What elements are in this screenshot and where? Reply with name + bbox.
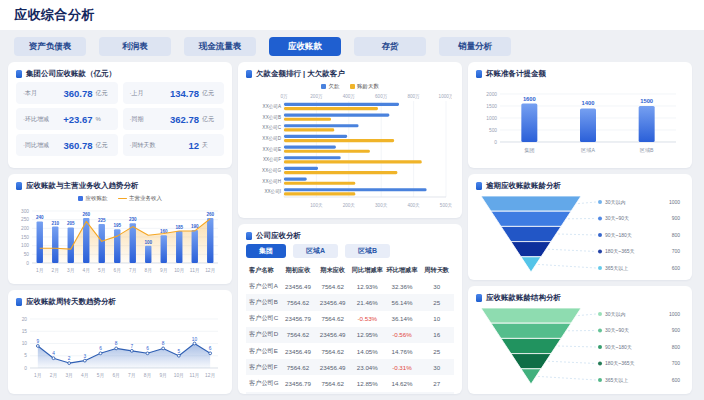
table-cell: 7564.62 xyxy=(281,327,316,343)
table-cell: 23456.79 xyxy=(281,375,316,391)
svg-text:3: 3 xyxy=(83,354,86,359)
overdue-funnel-svg: 30天以内100030天~90天90090天~180天800180天~365天7… xyxy=(476,194,682,276)
stat-card-同期: ·同期362.78亿元 xyxy=(123,108,225,130)
table-tab-集团[interactable]: 集团 xyxy=(246,244,286,258)
svg-text:11月: 11月 xyxy=(190,268,200,274)
ranking-panel-title: 欠款金额排行 | 大欠款客户 xyxy=(256,69,345,79)
svg-text:1500: 1500 xyxy=(486,104,497,109)
svg-text:1000: 1000 xyxy=(486,116,497,121)
table-row[interactable]: 客户公司C23456.797564.62-0.53%36.14%10 xyxy=(246,311,454,327)
page-title: 应收综合分析 xyxy=(14,6,95,24)
table-cell: 32.36% xyxy=(385,278,420,294)
table-cell: 7564.62 xyxy=(281,392,316,395)
table-row[interactable]: 客户公司F7564.6223456.4923.04%-0.31%30 xyxy=(246,359,454,375)
table-cell: 客户公司E xyxy=(246,343,281,359)
trend-legend: 应收账款主营业务收入 xyxy=(16,194,224,203)
tab-销量分析[interactable]: 销量分析 xyxy=(439,37,511,56)
legend-item-应收账款: 应收账款 xyxy=(78,195,108,202)
table-cell: 7564.62 xyxy=(315,343,350,359)
svg-text:195: 195 xyxy=(113,223,121,228)
doc-icon xyxy=(246,70,252,78)
svg-text:XX公司B: XX公司B xyxy=(263,114,281,120)
overdue-funnel-header: 逾期应收账款账龄分析 xyxy=(476,181,684,191)
table-cell: -0.53% xyxy=(350,311,385,327)
svg-text:210: 210 xyxy=(51,221,59,226)
svg-text:1000: 1000 xyxy=(669,311,680,317)
svg-text:400天: 400天 xyxy=(407,203,420,208)
provision-chart-svg: 05001000150020001600集团1400区域A1500区域B xyxy=(476,82,682,164)
svg-text:1600: 1600 xyxy=(523,96,536,102)
stats-panel: 集团公司应收账款（亿元） ·本月360.78亿元·上月134.78亿元·环比增减… xyxy=(8,62,232,168)
table-cell: 客户公司H xyxy=(246,392,281,395)
tab-资产负债表[interactable]: 资产负债表 xyxy=(14,37,86,56)
svg-text:XX公司I: XX公司I xyxy=(264,188,281,194)
svg-text:9月: 9月 xyxy=(160,268,167,274)
table-cell: 23456.49 xyxy=(315,327,350,343)
svg-text:900: 900 xyxy=(672,327,681,333)
ranking-panel-header: 欠款金额排行 | 大欠款客户 xyxy=(246,69,454,79)
tab-存货[interactable]: 存货 xyxy=(354,37,426,56)
svg-text:365天以上: 365天以上 xyxy=(605,265,628,271)
svg-text:365天以上: 365天以上 xyxy=(605,377,628,383)
table-row[interactable]: 客户公司H7564.6223456.4924.35%12.36%20 xyxy=(246,392,454,395)
table-row[interactable]: 客户公司G23456.797564.6212.85%14.62%27 xyxy=(246,375,454,391)
svg-text:200万: 200万 xyxy=(310,94,323,99)
table-tab-区域B[interactable]: 区域B xyxy=(345,244,390,258)
doc-icon xyxy=(246,232,252,240)
svg-text:8月: 8月 xyxy=(145,268,152,274)
svg-text:XX公司E: XX公司E xyxy=(263,146,281,152)
table-cell: 56.14% xyxy=(385,294,420,310)
svg-text:10月: 10月 xyxy=(174,373,184,379)
table-cell: 23456.49 xyxy=(315,392,350,395)
col-header-客户名称: 客户名称 xyxy=(246,262,281,278)
svg-text:800: 800 xyxy=(672,344,681,350)
svg-text:6: 6 xyxy=(146,346,149,351)
table-cell: -0.56% xyxy=(385,327,420,343)
svg-text:180天~365天: 180天~365天 xyxy=(605,360,635,366)
tab-应收账款[interactable]: 应收账款 xyxy=(269,37,341,56)
svg-text:30天~90天: 30天~90天 xyxy=(605,215,629,221)
svg-text:XX公司F: XX公司F xyxy=(263,156,281,162)
table-row[interactable]: 客户公司A23456.497564.6212.93%32.36%30 xyxy=(246,278,454,294)
table-cell: 12.95% xyxy=(350,327,385,343)
svg-text:30天~90天: 30天~90天 xyxy=(605,327,629,333)
doc-icon xyxy=(16,182,22,190)
legend-item-账龄天数: 账龄天数 xyxy=(350,83,380,90)
svg-text:8: 8 xyxy=(162,341,165,346)
tab-利润表[interactable]: 利润表 xyxy=(99,37,171,56)
table-row[interactable]: 客户公司E23456.497564.6214.05%14.76%25 xyxy=(246,343,454,359)
table-cell: 客户公司C xyxy=(246,311,281,327)
tab-现金流量表[interactable]: 现金流量表 xyxy=(184,37,256,56)
table-cell: 23456.49 xyxy=(315,294,350,310)
svg-text:600: 600 xyxy=(672,265,681,271)
svg-text:4月: 4月 xyxy=(81,373,88,379)
svg-text:1000: 1000 xyxy=(669,199,680,205)
table-row[interactable]: 客户公司B7564.6223456.4921.46%56.14%25 xyxy=(246,294,454,310)
svg-text:90天~180天: 90天~180天 xyxy=(605,344,632,350)
svg-text:12月: 12月 xyxy=(205,373,215,379)
svg-text:90天~180天: 90天~180天 xyxy=(605,232,632,238)
stat-card-本月: ·本月360.78亿元 xyxy=(16,82,118,104)
svg-text:5: 5 xyxy=(177,349,180,354)
table-cell: 客户公司G xyxy=(246,375,281,391)
turnover-panel-header: 应收账款周转天数趋势分析 xyxy=(16,297,224,307)
svg-text:0: 0 xyxy=(494,140,497,145)
turnover-panel-title: 应收账款周转天数趋势分析 xyxy=(26,297,116,307)
svg-text:800: 800 xyxy=(672,232,681,238)
svg-text:6: 6 xyxy=(99,346,102,351)
table-cell: 24.35% xyxy=(350,392,385,395)
svg-text:30天以内: 30天以内 xyxy=(605,311,626,317)
svg-text:XX公司H: XX公司H xyxy=(262,178,281,184)
svg-text:10: 10 xyxy=(22,341,28,346)
table-tab-区域A[interactable]: 区域A xyxy=(293,244,338,258)
stat-card-周转天数: ·周转天数12天 xyxy=(123,134,225,156)
svg-text:4: 4 xyxy=(52,351,55,356)
trend-panel-title: 应收账款与主营业务收入趋势分析 xyxy=(26,181,139,191)
table-row[interactable]: 客户公司D7564.6223456.4912.95%-0.56%16 xyxy=(246,327,454,343)
svg-text:900: 900 xyxy=(672,215,681,221)
doc-icon xyxy=(16,70,22,78)
ranking-legend: 欠款账龄天数 xyxy=(246,82,454,91)
trend-panel-header: 应收账款与主营业务收入趋势分析 xyxy=(16,181,224,191)
table-cell: 7564.62 xyxy=(315,311,350,327)
svg-text:区域B: 区域B xyxy=(640,147,654,153)
